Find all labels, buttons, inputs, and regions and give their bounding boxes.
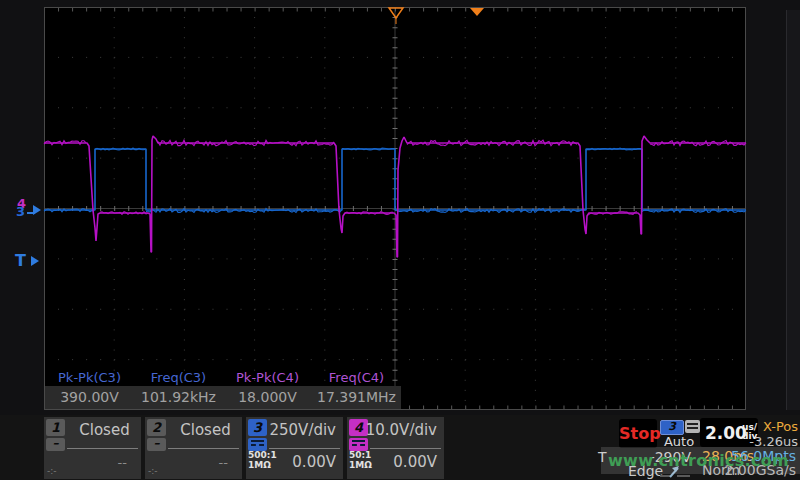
measurement-label-pkpk-c3: Pk-Pk(C3) <box>45 369 134 386</box>
channel-4-divider <box>370 448 441 449</box>
timebase-value: 2.00 <box>705 423 747 443</box>
channel-2-badge: 2 <box>147 419 166 436</box>
xpos-label: X-Pos <box>763 419 798 434</box>
watermark-text: www.cntronics.com <box>597 451 800 470</box>
measurement-labels-row: Pk-Pk(C3) Freq(C3) Pk-Pk(C4) Freq(C4) <box>45 369 401 386</box>
dc-coupling-icon <box>352 440 365 446</box>
measurement-label-freq-c4: Freq(C4) <box>312 369 401 386</box>
trigger-level-arrow-icon[interactable] <box>31 256 39 266</box>
channel-3-probe-info: 500:11MΩ <box>248 450 277 470</box>
channel-3-scale: 250V/div <box>269 421 336 439</box>
channel-1-state: Closed <box>68 421 141 439</box>
ch3-position-arrow-icon[interactable] <box>33 205 41 215</box>
run-state-label: Stop <box>619 424 661 443</box>
trigger-level-label[interactable]: T <box>15 253 26 269</box>
channel-4-impedance: 1MΩ <box>349 460 372 470</box>
run-stop-indicator[interactable]: Stop <box>619 419 657 448</box>
measurement-value-freq-c4: 17.391MHz <box>312 386 401 409</box>
channel-1-badge: 1 <box>46 419 65 436</box>
channel-2-state: Closed <box>169 421 242 439</box>
channel-3-probe-ratio: 500:1 <box>248 450 277 460</box>
measurement-value-pkpk-c3: 390.00V <box>45 386 134 409</box>
channel-4-probe-ratio: 50:1 <box>349 450 371 460</box>
channel-2-divider <box>168 448 239 449</box>
watermark: www.cntronics.com <box>601 447 800 474</box>
dc-coupling-icon <box>251 440 264 446</box>
channel-3-offset: 0.00V <box>292 453 336 471</box>
channel-1-offset: -- <box>118 455 127 470</box>
channel-3-box[interactable]: 3 250V/div 0.00V 500:11MΩ <box>246 417 343 479</box>
oscilloscope-screen: 4 3 T Pk-Pk(C3) Freq(C3) Pk-Pk(C4) Freq(… <box>0 0 800 480</box>
channel-2-coupling-badge: – <box>147 438 166 451</box>
trigger-source-badge[interactable]: 3 <box>660 420 684 435</box>
channel-2-box[interactable]: 2 Closed – -- -:- <box>145 417 242 479</box>
channel-4-box[interactable]: 4 10.0V/div 0.00V 50:11MΩ <box>347 417 444 479</box>
channel-3-impedance: 1MΩ <box>248 460 271 470</box>
measurement-value-freq-c3: 101.92kHz <box>134 386 223 409</box>
channel-1-coupling-badge: – <box>46 438 65 451</box>
channel-2-offset: -- <box>219 455 228 470</box>
trigger-delay-marker[interactable] <box>470 8 484 16</box>
waveform-display <box>0 0 800 415</box>
measurement-value-pkpk-c4: 18.000V <box>223 386 312 409</box>
xpos-group: X-Pos -3.26us <box>749 419 798 449</box>
channel-4-offset: 0.00V <box>393 453 437 471</box>
measurement-label-pkpk-c4: Pk-Pk(C4) <box>223 369 312 386</box>
channel-2-probe-info: -:- <box>148 466 158 476</box>
channel-1-box[interactable]: 1 Closed – -- -:- <box>44 417 141 479</box>
channel-1-probe-info: -:- <box>47 466 57 476</box>
channel-3-badge: 3 <box>248 419 267 436</box>
channel-4-probe-info: 50:11MΩ <box>349 450 372 470</box>
measurement-values-row: 390.00V 101.92kHz 18.000V 17.391MHz <box>45 386 401 409</box>
trigger-coupling-icon[interactable] <box>685 420 700 433</box>
measurement-panel: Pk-Pk(C3) Freq(C3) Pk-Pk(C4) Freq(C4) 39… <box>45 369 401 409</box>
channel-1-divider <box>67 448 138 449</box>
channel-4-scale: 10.0V/div <box>366 421 437 439</box>
channel-3-divider <box>269 448 340 449</box>
ch3-position-marker[interactable]: 3 <box>16 205 25 218</box>
trace-c3 <box>44 149 746 210</box>
measurement-label-freq-c3: Freq(C3) <box>134 369 223 386</box>
